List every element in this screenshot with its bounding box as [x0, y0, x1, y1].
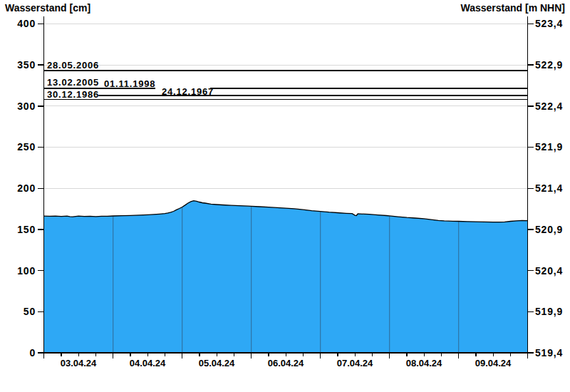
left-axis-tick-label: 200 [0, 183, 36, 193]
right-axis-tick-label: 523,4 [535, 19, 563, 29]
right-axis-tick-label: 520,4 [535, 266, 563, 276]
chart-plot [0, 0, 570, 392]
x-axis-date-label: 07.04.24 [321, 358, 389, 368]
flood-mark-label: 28.05.2006 [47, 61, 99, 70]
right-axis-tick-label: 519,4 [535, 348, 563, 358]
x-axis-date-label: 09.04.24 [459, 358, 527, 368]
flood-mark-label: 30.12.1986 [47, 90, 99, 99]
x-axis-date-label: 05.04.24 [182, 358, 251, 368]
left-axis-tick-label: 300 [0, 101, 36, 111]
flood-mark-label: 01.11.1998 [104, 79, 155, 88]
right-axis-tick-label: 521,4 [535, 183, 563, 193]
x-axis-date-label: 06.04.24 [252, 358, 320, 368]
left-axis-tick-label: 0 [0, 348, 36, 358]
left-axis-tick-label: 400 [0, 19, 36, 29]
water-level-area [44, 201, 528, 353]
left-axis-tick-label: 350 [0, 60, 36, 70]
right-axis-tick-label: 521,9 [535, 142, 563, 152]
flood-mark-label: 13.02.2005 [47, 78, 99, 87]
left-axis-tick-label: 150 [0, 225, 36, 234]
right-axis-tick-label: 520,9 [535, 225, 563, 234]
x-axis-date-label: 04.04.24 [113, 358, 182, 368]
water-level-chart: Wasserstand [cm] Wasserstand [m NHN] 28.… [0, 0, 570, 392]
x-axis-date-label: 03.04.24 [44, 358, 113, 368]
right-axis-tick-label: 519,9 [535, 306, 563, 316]
left-axis-tick-label: 50 [0, 306, 36, 316]
right-axis-tick-label: 522,9 [535, 60, 563, 70]
x-axis-date-label: 08.04.24 [390, 358, 458, 368]
left-axis-tick-label: 250 [0, 142, 36, 152]
flood-mark-label: 24.12.1967 [162, 87, 214, 96]
right-axis-tick-label: 522,4 [535, 101, 563, 111]
left-axis-tick-label: 100 [0, 266, 36, 276]
